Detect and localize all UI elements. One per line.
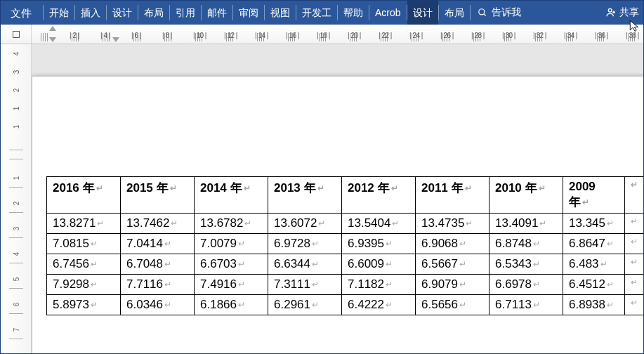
table-header-cell[interactable]: 2015 年↵ — [121, 177, 195, 214]
table-cell[interactable]: 13.8271↵ — [47, 214, 121, 234]
hruler-number: | 16 | — [286, 32, 299, 39]
vruler-number: 1 — [12, 176, 20, 181]
hruler-number: | 6 | — [131, 32, 141, 39]
table-cell[interactable]: 6.4512↵ — [563, 275, 625, 295]
table-cell[interactable]: 6.7048↵ — [121, 254, 195, 275]
table-cell[interactable]: 7.9298↵ — [47, 275, 121, 295]
table-cell[interactable]: 6.483↵ — [563, 254, 625, 275]
vruler-number: 3 — [12, 70, 20, 74]
ribbon-tab[interactable]: 开发工 — [296, 1, 337, 25]
table-cell[interactable]: 6.7456↵ — [47, 254, 121, 275]
vruler-number: 4 — [12, 252, 20, 256]
table-cell[interactable]: 13.5404↵ — [342, 214, 416, 234]
ruler-corner-tab-selector[interactable] — [1, 25, 32, 44]
table-cell[interactable]: 6.0346↵ — [121, 295, 195, 315]
table-cell[interactable]: 7.0815↵ — [47, 234, 121, 254]
table-cell[interactable]: 6.9728↵ — [268, 234, 342, 254]
person-share-icon — [605, 7, 617, 18]
ribbon-tab[interactable]: 开始 — [44, 1, 74, 25]
hruler-number: | 30 | — [502, 32, 515, 39]
table-cell[interactable]: 13.345↵ — [563, 214, 625, 234]
share-label: 共享 — [619, 6, 639, 19]
table-cell[interactable]: 6.5343↵ — [489, 254, 563, 275]
table-cell[interactable]: 5.8973↵ — [47, 295, 121, 315]
svg-point-0 — [478, 9, 484, 15]
hruler-number: | 4 | — [100, 32, 110, 39]
table-cell[interactable]: 7.1182↵ — [342, 275, 416, 295]
table-cell[interactable]: 6.5656↵ — [416, 295, 489, 315]
table-header-cell[interactable]: 2010 年↵ — [489, 177, 563, 214]
ribbon-tab[interactable]: 插入 — [75, 1, 106, 25]
search-icon — [478, 8, 487, 18]
tell-me-search[interactable]: 告诉我 — [471, 1, 528, 25]
svg-point-2 — [608, 8, 612, 12]
table-cell[interactable]: 13.4091↵ — [489, 214, 563, 234]
row-end-mark: ↵ — [625, 295, 644, 315]
tab-file[interactable]: 文件 — [1, 1, 43, 25]
table-cell[interactable]: 7.0079↵ — [195, 234, 268, 254]
table-header-cell[interactable]: 2009年↵ — [563, 177, 625, 214]
table-cell[interactable]: 6.2961↵ — [268, 295, 342, 315]
table-cell[interactable]: 6.7113↵ — [489, 295, 563, 315]
vruler-number: 5 — [12, 277, 20, 282]
ribbon-tab[interactable]: 设计 — [107, 1, 138, 25]
ribbon-tab[interactable]: 审阅 — [233, 1, 264, 25]
vruler-number: 7 — [12, 328, 20, 332]
hanging-indent-marker[interactable] — [49, 37, 56, 42]
row-end-mark: ↵ — [625, 234, 644, 254]
ribbon-tab[interactable]: 视图 — [265, 1, 296, 25]
table-cell[interactable]: 6.9079↵ — [416, 275, 489, 295]
first-line-indent-marker[interactable] — [49, 26, 56, 31]
table-cell[interactable]: 6.1866↵ — [195, 295, 268, 315]
table-header-cell[interactable]: 2011 年↵ — [416, 177, 489, 214]
row-end-mark: ↵ — [625, 214, 644, 234]
ribbon-tab[interactable]: 设计 — [407, 1, 438, 25]
mouse-cursor-icon — [629, 20, 641, 32]
table-cell[interactable]: 13.6782↵ — [195, 214, 268, 234]
table-cell[interactable]: 13.6072↵ — [268, 214, 342, 234]
hruler-number: | 32 | — [533, 32, 546, 39]
ribbon-tab[interactable]: 布局 — [138, 1, 169, 25]
horizontal-ruler[interactable]: | 2 || 4 || 6 || 8 || 10 || 12 || 14 || … — [32, 25, 643, 44]
hruler-number: | 28 | — [471, 32, 485, 39]
table-cell[interactable]: 7.4916↵ — [195, 275, 268, 295]
table-cell[interactable]: 7.7116↵ — [121, 275, 195, 295]
table-cell[interactable]: 13.4735↵ — [416, 214, 489, 234]
document-canvas: 2016 年↵2015 年↵2014 年↵2013 年↵2012 年↵2011 … — [32, 44, 643, 353]
table-cell[interactable]: 6.6703↵ — [195, 254, 268, 275]
hruler-number: | 36 | — [595, 32, 608, 39]
table-cell[interactable]: 6.9068↵ — [416, 234, 489, 254]
left-indent-marker[interactable] — [112, 37, 119, 42]
data-table[interactable]: 2016 年↵2015 年↵2014 年↵2013 年↵2012 年↵2011 … — [46, 176, 643, 315]
hruler-number: | 18 | — [317, 32, 330, 39]
table-cell[interactable]: 6.9395↵ — [342, 234, 416, 254]
table-cell[interactable]: 6.8647↵ — [563, 234, 625, 254]
table-cell[interactable]: 6.6009↵ — [342, 254, 416, 275]
vruler-number: 2 — [12, 202, 20, 206]
hruler-number: | 2 | — [70, 32, 79, 39]
table-header-cell[interactable]: 2012 年↵ — [342, 177, 416, 214]
table-cell[interactable]: 7.0414↵ — [121, 234, 195, 254]
table-cell[interactable]: 6.4222↵ — [342, 295, 416, 315]
vruler-number: 1 — [12, 125, 20, 129]
vruler-number: 2 — [12, 88, 20, 93]
table-cell[interactable]: 6.6978↵ — [489, 275, 563, 295]
ribbon-tab[interactable]: 帮助 — [338, 1, 369, 25]
hruler-number: | 22 | — [379, 32, 392, 39]
table-cell[interactable]: 13.7462↵ — [121, 214, 195, 234]
table-row: 5.8973↵6.0346↵6.1866↵6.2961↵6.4222↵6.565… — [47, 295, 644, 315]
table-cell[interactable]: 7.3111↵ — [268, 275, 342, 295]
table-cell[interactable]: 6.8748↵ — [489, 234, 563, 254]
table-header-cell[interactable]: 2013 年↵ — [268, 177, 342, 214]
ribbon-tab[interactable]: 引用 — [170, 1, 201, 25]
table-header-cell[interactable]: 2016 年↵ — [47, 177, 121, 214]
ribbon-tab[interactable]: 邮件 — [202, 1, 232, 25]
document-page[interactable]: 2016 年↵2015 年↵2014 年↵2013 年↵2012 年↵2011 … — [32, 76, 643, 353]
table-header-cell[interactable]: 2014 年↵ — [195, 177, 268, 214]
ribbon-tab[interactable]: Acrob — [369, 1, 407, 25]
ribbon-tab[interactable]: 布局 — [439, 1, 470, 25]
table-cell[interactable]: 6.5667↵ — [416, 254, 489, 275]
table-cell[interactable]: 6.8938↵ — [563, 295, 625, 315]
vertical-ruler[interactable]: 432111234567 — [1, 44, 32, 353]
table-cell[interactable]: 6.6344↵ — [268, 254, 342, 275]
